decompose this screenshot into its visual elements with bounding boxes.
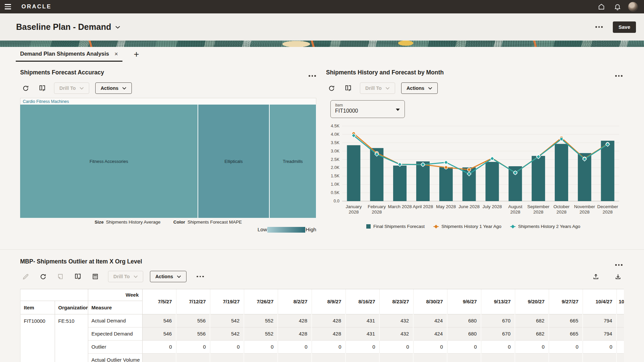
value-cell[interactable] (616, 327, 624, 340)
value-cell[interactable]: 0 (142, 340, 176, 353)
date-column-header[interactable]: 9/20/27 (515, 289, 549, 314)
bar-march-2028[interactable] (393, 166, 407, 201)
notifications-bell-icon[interactable] (612, 1, 623, 12)
value-cell[interactable]: 0 (413, 340, 447, 353)
user-avatar[interactable] (628, 2, 638, 12)
value-cell[interactable]: 680 (447, 314, 481, 327)
bar-january-2028[interactable] (347, 145, 360, 201)
value-cell[interactable]: 542 (210, 327, 244, 340)
value-cell[interactable]: 665 (549, 314, 583, 327)
history-forecast-overflow-icon[interactable] (612, 72, 625, 79)
value-cell[interactable] (515, 353, 549, 362)
value-cell[interactable]: 546 (142, 314, 176, 327)
date-column-header[interactable]: 9/27/27 (549, 289, 583, 314)
value-cell[interactable]: 432 (379, 327, 413, 340)
value-cell[interactable] (210, 353, 244, 362)
value-cell[interactable]: 0 (515, 340, 549, 353)
value-cell[interactable]: 0 (176, 340, 210, 353)
value-cell[interactable] (244, 353, 278, 362)
value-cell[interactable]: 428 (278, 327, 312, 340)
date-column-header[interactable]: 9/6/27 (447, 289, 481, 314)
date-column-header[interactable]: 7/19/27 (210, 289, 244, 314)
value-cell[interactable]: 0 (244, 340, 278, 353)
value-cell[interactable]: 431 (345, 327, 379, 340)
marker-circle[interactable] (468, 168, 471, 171)
date-column-header-clipped[interactable]: 10 (616, 289, 624, 314)
bar-october-2028[interactable] (555, 144, 568, 201)
value-cell[interactable] (583, 353, 616, 362)
date-column-header[interactable]: 8/16/27 (345, 289, 379, 314)
value-cell[interactable]: 682 (515, 327, 549, 340)
value-cell[interactable] (142, 353, 176, 362)
value-cell[interactable]: 670 (481, 314, 515, 327)
marker-diamond[interactable] (444, 160, 448, 164)
legend-item-final-shipments-forecast[interactable]: Final Shipments Forecast (366, 224, 425, 229)
date-column-header[interactable]: 9/13/27 (481, 289, 515, 314)
actions-button[interactable]: Actions (95, 82, 132, 94)
date-column-header[interactable]: 8/23/27 (379, 289, 413, 314)
value-cell[interactable]: 542 (210, 314, 244, 327)
measure-catalog-icon[interactable]: # (74, 273, 82, 281)
legend-item-shipments-history-2-years-ago[interactable]: Shipments History 2 Years Ago (510, 224, 580, 229)
actions-button[interactable]: Actions (150, 271, 186, 282)
value-cell[interactable]: 682 (515, 314, 549, 327)
value-cell[interactable]: 428 (312, 314, 345, 327)
outlier-table-overflow-icon[interactable] (612, 261, 625, 268)
value-cell[interactable] (379, 353, 413, 362)
value-cell[interactable] (616, 353, 624, 362)
date-column-header[interactable]: 7/26/27 (244, 289, 278, 314)
value-cell[interactable]: 428 (278, 314, 312, 327)
date-column-header[interactable]: 8/9/27 (312, 289, 345, 314)
value-cell[interactable] (278, 353, 312, 362)
value-cell[interactable] (616, 314, 624, 327)
value-cell[interactable]: 0 (345, 340, 379, 353)
treemap-parent-link[interactable]: Cardio Fitness Machines (23, 99, 69, 104)
value-cell[interactable]: 670 (481, 327, 515, 340)
bar-may-2028[interactable] (439, 167, 453, 201)
tab-close-icon[interactable]: × (114, 51, 118, 57)
bar-april-2028[interactable] (416, 162, 430, 201)
treemap-node-treadmills[interactable]: Treadmills (270, 105, 316, 218)
legend-item-shipments-history-1-year-ago[interactable]: Shipments History 1 Year Ago (433, 224, 501, 229)
add-tab-icon[interactable]: + (134, 50, 139, 59)
value-cell[interactable]: 680 (447, 327, 481, 340)
date-column-header[interactable]: 8/30/27 (413, 289, 447, 314)
value-cell[interactable]: 424 (413, 327, 447, 340)
download-icon[interactable] (614, 273, 622, 281)
refresh-icon[interactable] (327, 84, 335, 92)
value-cell[interactable] (481, 353, 515, 362)
bar-december-2028[interactable] (601, 141, 614, 201)
value-cell[interactable]: 0 (549, 340, 583, 353)
item-selector[interactable]: Item FIT10000 (330, 100, 405, 118)
value-cell[interactable]: 0 (312, 340, 345, 353)
value-cell[interactable]: 665 (549, 327, 583, 340)
date-column-header[interactable]: 8/2/27 (278, 289, 312, 314)
value-cell[interactable] (616, 340, 624, 353)
date-column-header[interactable]: 7/5/27 (142, 289, 176, 314)
bar-september-2028[interactable] (532, 156, 545, 201)
marker-circle[interactable] (444, 166, 448, 169)
drill-to-button[interactable]: Drill To (108, 271, 143, 282)
drill-to-button[interactable]: Drill To (360, 82, 395, 94)
header-overflow-icon[interactable] (593, 23, 605, 31)
tab-demand-plan-shipments-analysis[interactable]: Demand Plan Shipments Analysis × (16, 51, 122, 62)
upload-icon[interactable] (592, 273, 600, 281)
calculator-icon[interactable] (91, 273, 99, 281)
value-cell[interactable]: 556 (176, 314, 210, 327)
value-cell[interactable]: 0 (278, 340, 312, 353)
edit-pencil-icon[interactable] (21, 273, 30, 281)
value-cell[interactable]: 552 (244, 327, 278, 340)
value-cell[interactable]: 546 (142, 327, 176, 340)
value-cell[interactable] (176, 353, 210, 362)
table-toolbar-overflow-icon[interactable] (194, 273, 207, 280)
treemap-node-fitness-accessories[interactable]: Fitness Accessories (20, 105, 198, 218)
value-cell[interactable]: 428 (312, 327, 345, 340)
value-cell[interactable] (549, 353, 583, 362)
value-cell[interactable]: 432 (379, 314, 413, 327)
measure-catalog-icon[interactable]: # (344, 84, 352, 92)
value-cell[interactable]: 0 (379, 340, 413, 353)
value-cell[interactable]: 794 (583, 327, 616, 340)
value-cell[interactable] (345, 353, 379, 362)
measure-catalog-icon[interactable]: # (38, 84, 46, 92)
refresh-icon[interactable] (21, 84, 30, 92)
